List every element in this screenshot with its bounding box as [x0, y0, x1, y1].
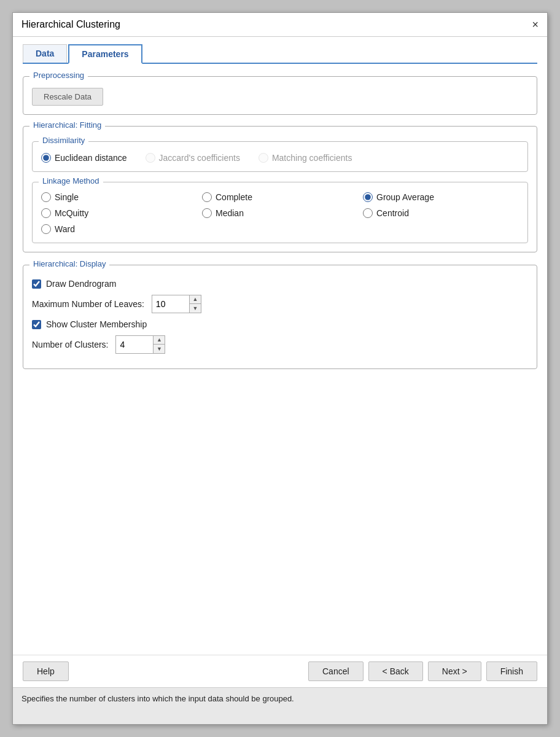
rescale-data-button[interactable]: Rescale Data — [32, 88, 103, 106]
hierarchical-display-legend: Hierarchical: Display — [29, 259, 109, 268]
hierarchical-fitting-group: Hierarchical: Fitting Dissimilarity Eucl… — [23, 126, 537, 252]
back-button[interactable]: < Back — [368, 661, 423, 681]
show-cluster-checkbox[interactable] — [32, 320, 41, 329]
max-leaves-spinner-buttons: ▲ ▼ — [189, 295, 201, 313]
num-clusters-input[interactable] — [116, 336, 153, 353]
linkage-mcquitty[interactable]: McQuitty — [41, 208, 197, 218]
max-leaves-label: Maximum Number of Leaves: — [32, 299, 144, 309]
max-leaves-spinner[interactable]: ▲ ▼ — [152, 295, 201, 313]
title-bar: Hierarchical Clustering × — [13, 13, 547, 37]
hierarchical-clustering-dialog: Hierarchical Clustering × Data Parameter… — [12, 12, 548, 725]
draw-dendrogram-row: Draw Dendrogram — [32, 279, 528, 289]
status-bar: Specifies the number of clusters into wh… — [13, 687, 547, 724]
tab-parameters[interactable]: Parameters — [68, 44, 142, 64]
linkage-centroid[interactable]: Centroid — [363, 208, 519, 218]
hierarchical-fitting-legend: Hierarchical: Fitting — [29, 120, 105, 130]
close-button[interactable]: × — [532, 19, 539, 30]
linkage-single[interactable]: Single — [41, 192, 197, 202]
show-cluster-label: Show Cluster Membership — [46, 319, 147, 329]
preprocessing-group: Preprocessing Rescale Data — [23, 76, 537, 115]
max-leaves-down-button[interactable]: ▼ — [190, 304, 201, 313]
dissim-euclidean[interactable]: Euclidean distance — [41, 153, 127, 163]
num-clusters-spinner-buttons: ▲ ▼ — [153, 336, 165, 353]
num-clusters-spinner[interactable]: ▲ ▼ — [115, 335, 165, 354]
linkage-ward[interactable]: Ward — [41, 224, 197, 234]
dissim-jaccard: Jaccard's coefficients — [146, 153, 240, 163]
num-clusters-up-button[interactable]: ▲ — [154, 336, 165, 345]
tab-data[interactable]: Data — [23, 44, 67, 63]
help-button[interactable]: Help — [23, 661, 69, 681]
max-leaves-row: Maximum Number of Leaves: ▲ ▼ — [32, 295, 528, 313]
cancel-button[interactable]: Cancel — [308, 661, 364, 681]
dialog-title: Hierarchical Clustering — [21, 19, 120, 30]
num-clusters-label: Number of Clusters: — [32, 340, 108, 349]
footer: Help Cancel < Back Next > Finish — [13, 655, 547, 687]
next-button[interactable]: Next > — [428, 661, 481, 681]
linkage-complete[interactable]: Complete — [202, 192, 358, 202]
linkage-group-average[interactable]: Group Average — [363, 192, 519, 202]
finish-button[interactable]: Finish — [486, 661, 537, 681]
max-leaves-up-button[interactable]: ▲ — [190, 295, 201, 304]
linkage-group: Linkage Method Single Complete Group Ave… — [32, 182, 528, 243]
dialog-body: Data Parameters Preprocessing Rescale Da… — [13, 37, 547, 655]
draw-dendrogram-label: Draw Dendrogram — [46, 279, 116, 289]
linkage-options: Single Complete Group Average McQuitty — [41, 192, 519, 234]
preprocessing-legend: Preprocessing — [29, 71, 88, 80]
linkage-legend: Linkage Method — [39, 176, 103, 185]
dissimilarity-group: Dissimilarity Euclidean distance Jaccard… — [32, 141, 528, 172]
body-spacer — [23, 378, 537, 647]
draw-dendrogram-checkbox[interactable] — [32, 279, 41, 289]
linkage-median[interactable]: Median — [202, 208, 358, 218]
dissimilarity-options: Euclidean distance Jaccard's coefficient… — [41, 153, 519, 163]
status-text: Specifies the number of clusters into wh… — [21, 694, 294, 703]
num-clusters-row: Number of Clusters: ▲ ▼ — [32, 335, 528, 354]
show-cluster-row: Show Cluster Membership — [32, 319, 528, 329]
tab-bar: Data Parameters — [23, 44, 537, 64]
dissim-matching: Matching coefficients — [259, 153, 352, 163]
dissimilarity-legend: Dissimilarity — [39, 136, 88, 145]
num-clusters-down-button[interactable]: ▼ — [154, 345, 165, 353]
max-leaves-input[interactable] — [152, 295, 189, 313]
hierarchical-display-group: Hierarchical: Display Draw Dendrogram Ma… — [23, 265, 537, 369]
